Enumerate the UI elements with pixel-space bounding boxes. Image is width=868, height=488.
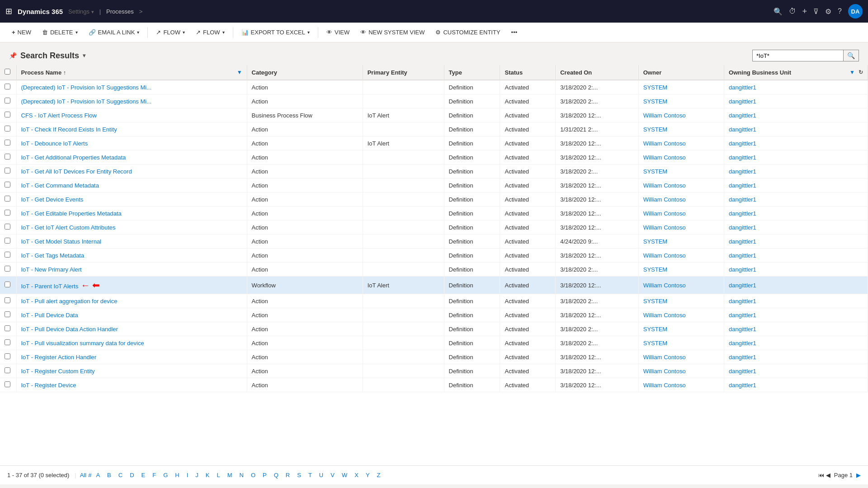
owning-unit-link[interactable]: dangittler1: [729, 266, 756, 273]
process-name-link[interactable]: IoT - New Primary Alert: [21, 266, 82, 273]
help-icon[interactable]: ?: [838, 7, 842, 15]
search-icon[interactable]: 🔍: [774, 7, 783, 16]
process-name-link[interactable]: IoT - Register Device: [21, 382, 76, 389]
owning-unit-link[interactable]: dangittler1: [729, 298, 756, 305]
col-owning-unit[interactable]: Owning Business Unit ▼ ↻: [724, 65, 868, 80]
owning-unit-link[interactable]: dangittler1: [729, 196, 756, 203]
pager-letter-u[interactable]: U: [316, 471, 326, 479]
row-checkbox[interactable]: [5, 224, 10, 230]
customize-entity-button[interactable]: ⚙ CUSTOMIZE ENTITY: [431, 26, 505, 38]
view-button[interactable]: 👁 VIEW: [322, 26, 354, 38]
row-checkbox[interactable]: [5, 154, 10, 160]
process-name-link[interactable]: IoT - Check If Record Exists In Entity: [21, 126, 117, 133]
pager-letter-h[interactable]: H: [172, 471, 182, 479]
pager-next-btn[interactable]: ▶: [856, 472, 861, 479]
row-checkbox[interactable]: [5, 381, 10, 387]
pager-letter-b[interactable]: B: [104, 471, 114, 479]
nav-processes-link[interactable]: Processes: [106, 8, 134, 15]
flow2-dropdown-icon[interactable]: ▾: [222, 30, 225, 35]
process-name-link[interactable]: IoT - Get Model Status Internal: [21, 238, 102, 245]
row-checkbox[interactable]: [5, 126, 10, 131]
col-primary-entity[interactable]: Primary Entity: [363, 65, 444, 80]
owning-unit-link[interactable]: dangittler1: [729, 224, 756, 231]
row-checkbox[interactable]: [5, 339, 10, 345]
filter-nav-icon[interactable]: ⊽: [813, 7, 819, 16]
pager-hash[interactable]: #: [88, 472, 91, 479]
pager-letter-j[interactable]: J: [193, 471, 201, 479]
pager-letter-v[interactable]: V: [328, 471, 337, 479]
pager-letter-z[interactable]: Z: [374, 471, 383, 479]
process-name-link[interactable]: IoT - Get Additional Properties Metadata: [21, 154, 126, 161]
pager-letter-c[interactable]: C: [116, 471, 125, 479]
select-all-header[interactable]: [0, 65, 16, 80]
process-name-link[interactable]: IoT - Register Action Handler: [21, 354, 97, 361]
new-system-view-button[interactable]: 👁 NEW SYSTEM VIEW: [356, 26, 429, 38]
pager-letter-d[interactable]: D: [127, 471, 137, 479]
pager-letter-k[interactable]: K: [203, 471, 212, 479]
search-input[interactable]: [753, 51, 843, 61]
owning-unit-link[interactable]: dangittler1: [729, 382, 756, 389]
owning-unit-link[interactable]: dangittler1: [729, 140, 756, 147]
row-checkbox[interactable]: [5, 297, 10, 303]
row-checkbox[interactable]: [5, 112, 10, 117]
process-name-link[interactable]: IoT - Pull alert aggregation for device: [21, 298, 118, 305]
pager-letter-p[interactable]: P: [260, 471, 269, 479]
pager-letter-y[interactable]: Y: [363, 471, 373, 479]
pager-letter-l[interactable]: L: [214, 471, 222, 479]
owning-unit-link[interactable]: dangittler1: [729, 210, 756, 217]
process-name-filter-icon[interactable]: ▼: [237, 69, 242, 75]
owner-link[interactable]: William Contoso: [643, 252, 686, 259]
row-checkbox[interactable]: [5, 282, 10, 287]
settings-nav-icon[interactable]: ⚙: [825, 7, 831, 16]
pager-letter-i[interactable]: I: [184, 471, 191, 479]
flow2-button[interactable]: ↗ FLOW ▾: [191, 26, 229, 38]
owner-link[interactable]: SYSTEM: [643, 266, 667, 273]
owner-link[interactable]: SYSTEM: [643, 238, 667, 245]
owner-link[interactable]: SYSTEM: [643, 326, 667, 333]
owner-link[interactable]: William Contoso: [643, 112, 686, 119]
row-checkbox[interactable]: [5, 182, 10, 188]
delete-button[interactable]: 🗑 DELETE ▾: [38, 26, 82, 38]
pager-letter-w[interactable]: W: [339, 471, 350, 479]
pager-letter-r[interactable]: R: [283, 471, 292, 479]
row-checkbox[interactable]: [5, 311, 10, 317]
col-type[interactable]: Type: [444, 65, 500, 80]
process-name-link[interactable]: IoT - Get Command Metadata: [21, 182, 99, 189]
owning-unit-link[interactable]: dangittler1: [729, 354, 756, 361]
owner-link[interactable]: William Contoso: [643, 312, 686, 319]
process-name-link[interactable]: IoT - Get IoT Alert Custom Attributes: [21, 224, 116, 231]
title-dropdown-icon[interactable]: ▾: [83, 52, 85, 59]
process-name-link[interactable]: (Deprecated) IoT - Provision IoT Suggest…: [21, 98, 152, 105]
pager-letter-o[interactable]: O: [248, 471, 258, 479]
owner-link[interactable]: William Contoso: [643, 354, 686, 361]
pager-prev-btn[interactable]: ◀: [826, 472, 830, 479]
owner-link[interactable]: SYSTEM: [643, 168, 667, 175]
owning-unit-link[interactable]: dangittler1: [729, 252, 756, 259]
row-checkbox[interactable]: [5, 196, 10, 202]
owner-link[interactable]: William Contoso: [643, 154, 686, 161]
pager-letter-f[interactable]: F: [150, 471, 159, 479]
pager-letter-g[interactable]: G: [160, 471, 170, 479]
waffle-icon[interactable]: ⊞: [5, 6, 12, 16]
email-dropdown-icon[interactable]: ▾: [137, 30, 139, 35]
owning-unit-link[interactable]: dangittler1: [729, 168, 756, 175]
pager-letter-q[interactable]: Q: [271, 471, 281, 479]
process-name-link[interactable]: IoT - Get Editable Properties Metadata: [21, 210, 122, 217]
owning-unit-link[interactable]: dangittler1: [729, 98, 756, 105]
owning-unit-link[interactable]: dangittler1: [729, 340, 756, 347]
owner-link[interactable]: William Contoso: [643, 182, 686, 189]
pager-all[interactable]: All: [80, 472, 86, 479]
process-name-link[interactable]: CFS - IoT Alert Process Flow: [21, 112, 97, 119]
owner-link[interactable]: William Contoso: [643, 368, 686, 375]
owner-link[interactable]: William Contoso: [643, 382, 686, 389]
email-link-button[interactable]: 🔗 EMAIL A LINK ▾: [84, 26, 144, 38]
owning-unit-link[interactable]: dangittler1: [729, 126, 756, 133]
owning-unit-link[interactable]: dangittler1: [729, 238, 756, 245]
process-name-link[interactable]: IoT - Register Custom Entity: [21, 368, 95, 375]
pager-letter-x[interactable]: X: [352, 471, 361, 479]
owner-link[interactable]: SYSTEM: [643, 126, 667, 133]
owner-link[interactable]: William Contoso: [643, 282, 686, 289]
owning-unit-link[interactable]: dangittler1: [729, 182, 756, 189]
process-name-link[interactable]: IoT - Pull Device Data Action Handler: [21, 326, 118, 333]
row-checkbox[interactable]: [5, 98, 10, 103]
